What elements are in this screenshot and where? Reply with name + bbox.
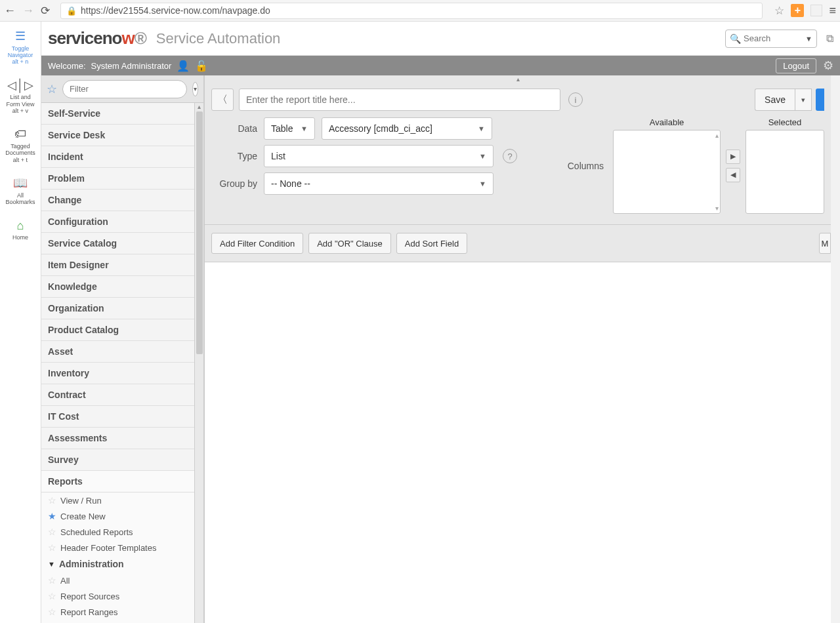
nav-section-configuration[interactable]: Configuration: [41, 211, 194, 233]
browser-back-button[interactable]: ←: [4, 4, 16, 18]
home-icon: ⌂: [17, 219, 24, 233]
nav-section-incident[interactable]: Incident: [41, 146, 194, 168]
popout-icon[interactable]: ⧉: [826, 33, 833, 45]
scroll-down-icon[interactable]: ▾: [715, 205, 719, 212]
available-columns-list[interactable]: ▴ ▾: [613, 130, 721, 214]
report-title-input[interactable]: [239, 89, 560, 111]
chevron-down-icon[interactable]: ▼: [805, 35, 812, 43]
add-filter-condition-button[interactable]: Add Filter Condition: [211, 233, 303, 254]
tagged-documents-button[interactable]: 🏷 Tagged Documentsalt + t: [2, 123, 39, 169]
navigator-filter-input[interactable]: [62, 80, 187, 98]
data-table-select[interactable]: Accessory [cmdb_ci_acc]▼: [322, 117, 492, 140]
nav-section-change[interactable]: Change: [41, 190, 194, 211]
chevron-down-icon: ▼: [478, 125, 485, 132]
addthis-extension-icon[interactable]: +: [791, 4, 804, 17]
browser-reload-button[interactable]: ⟳: [41, 4, 50, 18]
more-button[interactable]: M: [819, 233, 831, 254]
main-content-frame: ▴ 〈 i Save ▾: [204, 75, 831, 623]
nav-section-organization[interactable]: Organization: [41, 298, 194, 319]
add-or-clause-button[interactable]: Add "OR" Clause: [308, 233, 391, 254]
nav-link-view-run[interactable]: ☆View / Run: [41, 492, 194, 508]
report-config-block: Data Table▼ Accessory [cmdb_ci_acc]▼ Typ…: [205, 117, 831, 225]
frame-resize-handle[interactable]: ▴: [205, 75, 831, 82]
browser-forward-button[interactable]: →: [22, 4, 34, 18]
chevron-down-icon: ▼: [301, 125, 308, 132]
navigator-options-button[interactable]: ▾: [192, 82, 198, 96]
nav-link-report-ranges[interactable]: ☆Report Ranges: [41, 604, 194, 620]
nav-section-problem[interactable]: Problem: [41, 168, 194, 190]
type-help-icon[interactable]: ?: [503, 149, 517, 163]
list-icon: ☰: [15, 30, 26, 43]
nav-section-service-catalog[interactable]: Service Catalog: [41, 233, 194, 254]
info-icon[interactable]: i: [568, 92, 583, 107]
nav-section-service-desk[interactable]: Service Desk: [41, 125, 194, 146]
page-scrollbar[interactable]: [831, 75, 840, 623]
selected-label: Selected: [768, 117, 802, 127]
nav-section-product-catalog[interactable]: Product Catalog: [41, 319, 194, 341]
nav-section-inventory[interactable]: Inventory: [41, 363, 194, 384]
list-form-view-button[interactable]: ◁│▷ List and Form Viewalt + v: [2, 75, 39, 120]
star-icon: ☆: [48, 575, 56, 586]
nav-link-chart-colors[interactable]: ☆Chart Colors: [41, 620, 194, 623]
navigator-filter-bar: ☆ ▾: [41, 75, 203, 103]
logout-button[interactable]: Logout: [776, 58, 816, 73]
nav-section-it-cost[interactable]: IT Cost: [41, 406, 194, 428]
home-button[interactable]: ⌂ Home: [2, 215, 39, 247]
nav-section-survey[interactable]: Survey: [41, 449, 194, 471]
toggle-navigator-button[interactable]: ☰ Toggle Navigatoralt + n: [2, 26, 39, 71]
data-field-label: Data: [211, 123, 257, 134]
global-search-box[interactable]: 🔍 ▼: [725, 30, 817, 48]
app-tagline: Service Automation: [156, 30, 281, 47]
report-preview-area: [205, 262, 831, 623]
global-search-input[interactable]: [744, 33, 803, 43]
nav-section-knowledge[interactable]: Knowledge: [41, 276, 194, 298]
data-kind-select[interactable]: Table▼: [264, 117, 315, 140]
tag-icon: 🏷: [14, 127, 26, 141]
welcome-user: System Administrator: [91, 61, 172, 71]
move-right-button[interactable]: ▶: [726, 150, 740, 164]
user-icon[interactable]: 👤: [177, 60, 190, 72]
nav-section-assessments[interactable]: Assessments: [41, 428, 194, 449]
favorites-star-icon[interactable]: ☆: [47, 82, 57, 96]
selected-columns-list[interactable]: [746, 130, 824, 214]
nav-subhead-administration[interactable]: ▼Administration: [41, 555, 194, 573]
lock-icon: 🔒: [66, 6, 77, 16]
nav-section-asset[interactable]: Asset: [41, 341, 194, 363]
navigator-scrollbar[interactable]: ▴: [194, 103, 203, 623]
groupby-select[interactable]: -- None --▼: [264, 172, 494, 195]
type-field-label: Type: [211, 151, 257, 161]
browser-chrome: ← → ⟳ 🔒 https://dev21554.service-now.com…: [0, 0, 840, 22]
star-icon: ☆: [48, 527, 56, 537]
lock-icon[interactable]: 🔓: [195, 60, 208, 72]
bookmark-star-icon[interactable]: ☆: [774, 4, 784, 18]
back-button[interactable]: 〈: [211, 89, 234, 111]
search-icon: 🔍: [730, 33, 741, 44]
report-toolbar: 〈 i Save ▾: [205, 82, 831, 117]
type-select[interactable]: List▼: [264, 145, 494, 167]
move-left-button[interactable]: ◀: [726, 168, 740, 182]
nav-section-reports[interactable]: Reports: [41, 471, 194, 492]
nav-link-header-footer-templates[interactable]: ☆Header Footer Templates: [41, 540, 194, 555]
browser-address-bar[interactable]: 🔒 https://dev21554.service-now.com/navpa…: [60, 3, 763, 19]
browser-menu-icon[interactable]: ≡: [829, 4, 836, 18]
nav-section-self-service[interactable]: Self-Service: [41, 103, 194, 125]
nav-section-contract[interactable]: Contract: [41, 384, 194, 406]
nav-section-item-designer[interactable]: Item Designer: [41, 254, 194, 276]
nav-link-report-sources[interactable]: ☆Report Sources: [41, 588, 194, 604]
book-icon: 📖: [13, 176, 28, 190]
scroll-up-icon[interactable]: ▴: [715, 132, 719, 139]
save-dropdown-button[interactable]: ▾: [795, 89, 812, 111]
add-sort-field-button[interactable]: Add Sort Field: [396, 233, 467, 254]
chevron-down-icon: ▼: [479, 180, 486, 188]
navigator-list[interactable]: Self-Service Service Desk Incident Probl…: [41, 103, 194, 623]
browser-profile-button[interactable]: [810, 5, 822, 16]
gear-icon[interactable]: ⚙: [823, 58, 833, 73]
run-button[interactable]: [816, 89, 824, 111]
welcome-bar: Welcome: System Administrator 👤 🔓 Logout…: [41, 56, 840, 75]
save-button[interactable]: Save: [755, 89, 795, 111]
nav-link-create-new[interactable]: ★Create New: [41, 508, 194, 524]
application-navigator: ☆ ▾ Self-Service Service Desk Incident P…: [41, 75, 204, 623]
nav-link-scheduled-reports[interactable]: ☆Scheduled Reports: [41, 524, 194, 540]
nav-link-all[interactable]: ☆All: [41, 573, 194, 588]
all-bookmarks-button[interactable]: 📖 All Bookmarks: [2, 172, 39, 211]
